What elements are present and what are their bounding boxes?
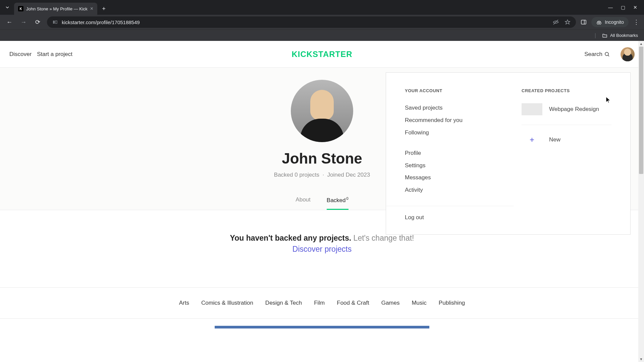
following-link[interactable]: Following xyxy=(405,128,495,138)
empty-state-light: Let's change that! xyxy=(354,234,414,242)
category-link[interactable]: Film xyxy=(314,300,325,306)
user-avatar-button[interactable] xyxy=(621,47,635,61)
close-window-icon[interactable]: ✕ xyxy=(633,5,637,10)
scrollbar[interactable]: ▲ ▼ xyxy=(638,41,644,362)
discover-link[interactable]: Discover xyxy=(9,51,32,58)
category-link[interactable]: Publishing xyxy=(439,300,465,306)
search-icon xyxy=(604,52,610,57)
category-nav: Arts Comics & Illustration Design & Tech… xyxy=(0,287,644,318)
bookmarks-divider: | xyxy=(595,33,596,39)
browser-menu-icon[interactable]: ⋮ xyxy=(633,18,639,26)
logout-link[interactable]: Log out xyxy=(405,214,424,221)
footer-edge xyxy=(0,318,644,328)
new-project-button[interactable]: + New xyxy=(522,125,611,146)
svg-point-7 xyxy=(597,22,599,24)
backed-stat: Backed 0 projects xyxy=(274,172,319,178)
tab-backed[interactable]: Backed0 xyxy=(327,190,348,210)
site-info-icon[interactable] xyxy=(52,19,58,25)
svg-point-9 xyxy=(605,52,608,56)
svg-point-8 xyxy=(599,22,601,24)
saved-projects-link[interactable]: Saved projects xyxy=(405,103,495,113)
new-tab-button[interactable]: + xyxy=(102,5,106,12)
profile-link[interactable]: Profile xyxy=(405,148,495,158)
new-project-label: New xyxy=(549,135,560,145)
svg-rect-5 xyxy=(581,20,586,24)
reload-button[interactable]: ⟳ xyxy=(33,18,42,26)
account-dropdown: YOUR ACCOUNT Saved projects Recommended … xyxy=(386,72,631,235)
settings-link[interactable]: Settings xyxy=(405,161,495,171)
project-name: Webpage Redesign xyxy=(549,105,599,114)
your-account-heading: YOUR ACCOUNT xyxy=(405,88,495,93)
search-label: Search xyxy=(584,51,602,58)
all-bookmarks-button[interactable]: All Bookmarks xyxy=(602,33,638,38)
svg-rect-0 xyxy=(53,21,55,21)
svg-line-10 xyxy=(608,55,609,56)
favicon-icon: K xyxy=(18,6,23,11)
category-link[interactable]: Music xyxy=(412,300,426,306)
tab-backed-count: 0 xyxy=(346,196,348,200)
back-button[interactable]: ← xyxy=(5,19,14,26)
svg-rect-3 xyxy=(55,21,57,23)
address-bar[interactable]: kickstarter.com/profile/1705188549 xyxy=(47,16,576,28)
incognito-label: Incognito xyxy=(605,19,624,25)
minimize-icon[interactable]: — xyxy=(608,5,613,10)
category-link[interactable]: Comics & Illustration xyxy=(201,300,253,306)
url-text: kickstarter.com/profile/1705188549 xyxy=(62,19,548,25)
scroll-up-icon[interactable]: ▲ xyxy=(638,41,644,47)
browser-tab[interactable]: K John Stone » My Profile — Kick × xyxy=(14,3,97,15)
tab-about[interactable]: About xyxy=(296,190,310,210)
incognito-eye-icon[interactable] xyxy=(552,19,559,25)
discover-projects-link[interactable]: Discover projects xyxy=(0,245,644,254)
category-link[interactable]: Games xyxy=(381,300,400,306)
kickstarter-logo[interactable]: KICKSTARTER xyxy=(291,50,352,59)
plus-icon: + xyxy=(522,134,542,146)
tab-title: John Stone » My Profile — Kick xyxy=(26,6,88,11)
incognito-badge[interactable]: Incognito xyxy=(591,17,629,27)
svg-line-4 xyxy=(553,20,558,24)
scrollbar-thumb[interactable] xyxy=(639,47,643,174)
messages-link[interactable]: Messages xyxy=(405,173,495,183)
category-link[interactable]: Food & Craft xyxy=(337,300,369,306)
forward-button[interactable]: → xyxy=(19,19,28,26)
folder-icon xyxy=(602,33,607,38)
tab-backed-label: Backed xyxy=(327,197,346,203)
search-link[interactable]: Search xyxy=(584,51,610,58)
svg-rect-2 xyxy=(53,23,55,23)
scroll-down-icon[interactable]: ▼ xyxy=(638,356,644,362)
bookmark-star-icon[interactable] xyxy=(565,19,571,25)
category-link[interactable]: Arts xyxy=(179,300,189,306)
joined-stat: Joined Dec 2023 xyxy=(327,172,370,178)
incognito-icon xyxy=(596,19,602,25)
created-projects-heading: CREATED PROJECTS xyxy=(522,88,611,93)
tab-search-dropdown[interactable] xyxy=(3,3,11,11)
side-panel-icon[interactable] xyxy=(581,19,587,25)
profile-avatar xyxy=(291,80,353,142)
dropdown-divider xyxy=(386,206,514,206)
start-project-link[interactable]: Start a project xyxy=(37,51,72,58)
close-tab-icon[interactable]: × xyxy=(90,6,93,12)
project-thumbnail xyxy=(522,103,542,115)
bookmarks-label: All Bookmarks xyxy=(610,33,638,38)
maximize-icon[interactable]: ▢ xyxy=(621,5,625,10)
category-link[interactable]: Design & Tech xyxy=(265,300,302,306)
empty-state-bold: You haven't backed any projects. xyxy=(230,234,352,242)
activity-link[interactable]: Activity xyxy=(405,185,495,195)
svg-rect-1 xyxy=(53,22,55,22)
recommended-link[interactable]: Recommended for you xyxy=(405,116,495,125)
created-project-item[interactable]: Webpage Redesign xyxy=(522,103,611,115)
